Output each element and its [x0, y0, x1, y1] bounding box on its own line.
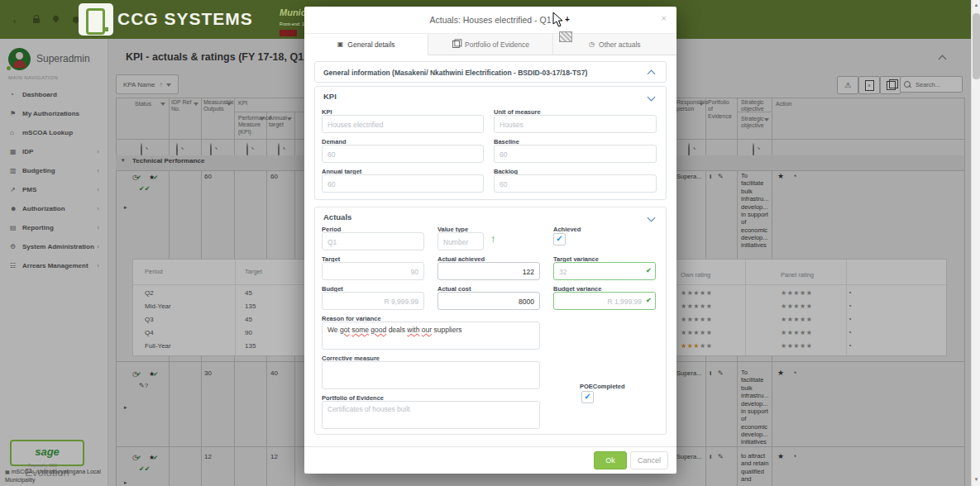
period-field[interactable]: Q1: [322, 232, 424, 250]
field-label: POECompleted: [580, 383, 625, 390]
kpi-field[interactable]: Houses electrified: [322, 115, 484, 133]
valid-check-icon: ✔: [646, 267, 652, 274]
cancel-button[interactable]: Cancel: [630, 451, 668, 469]
backlog-field[interactable]: 60: [494, 174, 657, 193]
copy-icon: [452, 40, 460, 48]
screen: ‹ CCG SYSTEMS Municipal Planning & Budge…: [0, 0, 980, 486]
chevron-down-icon[interactable]: [648, 214, 656, 222]
actuals-panel: Actuals Period Q1 Value type Number ↑ Ac…: [314, 207, 667, 435]
trend-up-icon: ↑: [490, 232, 496, 245]
budget-field[interactable]: R 9,999.99: [322, 292, 424, 310]
ok-button[interactable]: Ok: [594, 451, 627, 469]
scroll-up-icon[interactable]: ▴: [972, 2, 980, 8]
value-type-field[interactable]: Number: [437, 232, 484, 250]
kpi-panel: KPI KPI Houses electrified Unit of measu…: [314, 86, 667, 200]
unit-of-measure-field[interactable]: Houses: [494, 115, 657, 133]
ccg-logo-glyph: [86, 8, 105, 35]
cursor-plus-icon: +: [565, 15, 570, 24]
clock-icon: ◷: [589, 40, 595, 48]
scrollbar-thumb[interactable]: [973, 13, 980, 79]
actuals-panel-title: Actuals: [323, 212, 351, 222]
scroll-down-icon[interactable]: ▾: [972, 476, 980, 483]
actual-cost-input[interactable]: 8000: [437, 292, 540, 310]
lock-icon[interactable]: [33, 18, 40, 23]
scrollbar[interactable]: ▴ ▾: [971, 0, 980, 486]
tab-label: General details: [347, 40, 394, 49]
mouse-cursor: +: [552, 12, 564, 31]
portfolio-of-evidence-field[interactable]: Certificates of houses built: [322, 401, 540, 429]
actual-achieved-input[interactable]: 122: [437, 262, 540, 280]
modal-title: Actuals: Houses electrified - Q1: [304, 15, 676, 25]
baseline-field[interactable]: 60: [494, 145, 657, 163]
cursor-arrow-icon: [552, 12, 564, 28]
reason-for-variance-input[interactable]: We got some good deals with our supplier…: [322, 322, 540, 350]
corrective-measure-input[interactable]: [322, 361, 540, 389]
modal-tabs: ▣General details Portfolio of Evidence ◷…: [304, 33, 676, 55]
demand-field[interactable]: 60: [322, 145, 484, 163]
tab-label: Other actuals: [599, 40, 641, 49]
annual-target-field[interactable]: 60: [322, 174, 484, 193]
card-icon: ▣: [337, 40, 344, 48]
poe-completed-checkbox[interactable]: ✓: [581, 391, 594, 403]
ccg-logo: [79, 3, 113, 36]
valid-check-icon: ✔: [646, 297, 652, 304]
divider: [304, 446, 676, 447]
tab-portfolio-of-evidence[interactable]: Portfolio of Evidence: [428, 34, 552, 55]
busy-indicator-icon: [559, 31, 572, 42]
budget-variance-field[interactable]: R 1,999.99: [553, 292, 656, 310]
chevron-up-icon[interactable]: [648, 70, 656, 79]
field-label: Achieved: [553, 226, 581, 233]
close-icon[interactable]: ×: [662, 13, 667, 23]
logo-text: CCG SYSTEMS: [117, 9, 253, 29]
tab-label: Portfolio of Evidence: [465, 40, 529, 49]
achieved-checkbox[interactable]: ✓: [553, 233, 566, 245]
target-variance-field[interactable]: 32: [553, 262, 656, 280]
general-information-panel[interactable]: General information (Masakeni/ Nkathwini…: [314, 61, 667, 83]
actuals-modal: Actuals: Houses electrified - Q1 × ▣Gene…: [304, 7, 676, 474]
chevron-down-icon[interactable]: [648, 93, 656, 102]
tab-general-details[interactable]: ▣General details: [304, 34, 428, 55]
back-icon[interactable]: ‹: [13, 17, 16, 26]
section-title: General information (Masakeni/ Nkathwini…: [323, 69, 587, 77]
location-pin-icon[interactable]: [52, 15, 60, 23]
target-field[interactable]: 90: [322, 262, 424, 280]
kpi-panel-title: KPI: [323, 92, 337, 101]
db-status-badge: [280, 30, 297, 36]
